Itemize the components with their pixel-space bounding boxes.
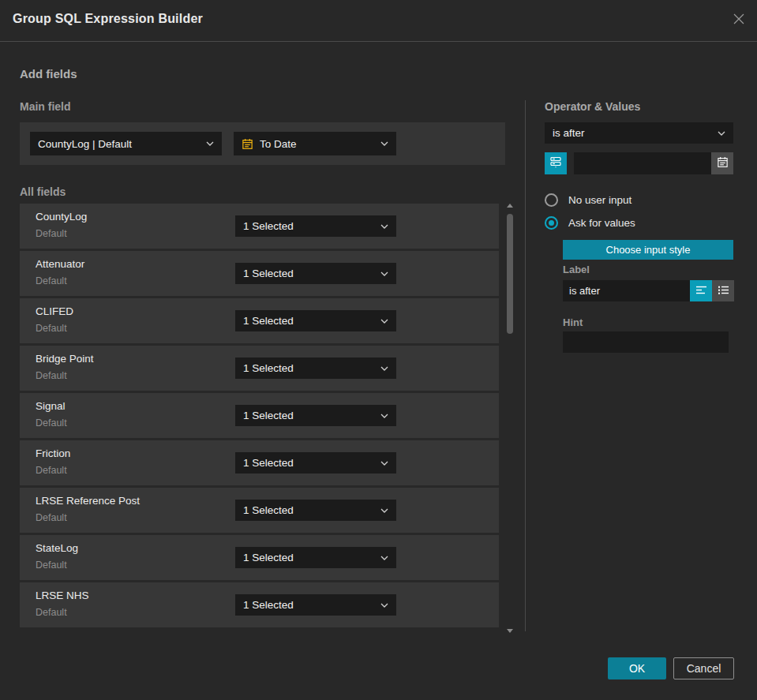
all-fields-list: CountyLog Default 1 Selected Attenuator … bbox=[20, 204, 499, 630]
calendar-icon bbox=[717, 156, 729, 171]
chevron-down-icon bbox=[380, 366, 388, 371]
field-name: Signal bbox=[36, 400, 66, 412]
scroll-up-icon[interactable] bbox=[507, 204, 513, 208]
field-selection-value: 1 Selected bbox=[243, 457, 294, 469]
main-field-label: Main field bbox=[20, 100, 71, 113]
main-field-panel: CountyLog | Default To Date bbox=[20, 122, 505, 165]
field-selection-select[interactable]: 1 Selected bbox=[235, 357, 396, 379]
field-row-attenuator: Attenuator Default 1 Selected bbox=[20, 251, 499, 296]
field-selection-select[interactable]: 1 Selected bbox=[235, 263, 396, 284]
chevron-down-icon bbox=[206, 141, 214, 146]
field-sublabel: Default bbox=[36, 275, 67, 286]
field-row-countylog: CountyLog Default 1 Selected bbox=[20, 204, 499, 249]
chevron-down-icon bbox=[380, 603, 388, 608]
chevron-down-icon bbox=[380, 271, 388, 276]
calendar-icon bbox=[242, 138, 253, 150]
field-row-statelog: StateLog Default 1 Selected bbox=[20, 535, 499, 580]
input-style-textbox-button[interactable] bbox=[690, 280, 712, 301]
field-sublabel: Default bbox=[36, 417, 67, 429]
field-selection-value: 1 Selected bbox=[243, 362, 294, 374]
field-sublabel: Default bbox=[36, 323, 67, 334]
field-selection-select[interactable]: 1 Selected bbox=[235, 405, 396, 426]
field-name: CLIFED bbox=[36, 305, 73, 317]
field-sublabel: Default bbox=[36, 607, 67, 618]
field-row-lrse-reference-post: LRSE Reference Post Default 1 Selected bbox=[20, 488, 499, 533]
operator-select[interactable]: is after bbox=[545, 122, 733, 144]
date-type-select[interactable]: To Date bbox=[234, 132, 396, 155]
value-input[interactable] bbox=[574, 152, 711, 174]
field-row-friction: Friction Default 1 Selected bbox=[20, 440, 499, 485]
scrollbar-thumb[interactable] bbox=[507, 214, 513, 334]
field-name: LRSE Reference Post bbox=[36, 495, 140, 507]
choose-input-style-button[interactable]: Choose input style bbox=[563, 240, 733, 260]
field-name: Bridge Point bbox=[36, 353, 94, 365]
dialog-title: Group SQL Expression Builder bbox=[13, 12, 203, 26]
chevron-down-icon bbox=[380, 461, 388, 466]
radio-icon bbox=[545, 193, 558, 207]
field-row-signal: Signal Default 1 Selected bbox=[20, 393, 499, 438]
dialog-header: Group SQL Expression Builder bbox=[0, 0, 757, 42]
all-fields-label: All fields bbox=[20, 185, 66, 198]
operator-values-title: Operator & Values bbox=[545, 100, 640, 113]
field-selection-select[interactable]: 1 Selected bbox=[235, 215, 396, 237]
field-row-bridge-point: Bridge Point Default 1 Selected bbox=[20, 346, 499, 391]
field-selection-select[interactable]: 1 Selected bbox=[235, 452, 396, 474]
date-picker-button[interactable] bbox=[711, 152, 733, 174]
align-left-icon bbox=[695, 284, 707, 298]
vertical-divider bbox=[525, 100, 526, 631]
radio-ask-for-values-label: Ask for values bbox=[568, 217, 635, 229]
field-selection-value: 1 Selected bbox=[243, 268, 294, 279]
bullet-list-icon bbox=[718, 284, 729, 298]
radio-no-user-input-label: No user input bbox=[568, 194, 631, 206]
field-selection-value: 1 Selected bbox=[243, 504, 294, 516]
cancel-button[interactable]: Cancel bbox=[673, 657, 734, 679]
chevron-down-icon bbox=[380, 224, 388, 229]
hint-caption: Hint bbox=[563, 316, 583, 328]
field-name: CountyLog bbox=[36, 211, 87, 223]
field-name: StateLog bbox=[36, 542, 78, 554]
field-selection-value: 1 Selected bbox=[243, 220, 294, 232]
field-name: Friction bbox=[36, 447, 70, 459]
radio-icon bbox=[545, 216, 558, 230]
label-input-row bbox=[563, 280, 734, 301]
field-sublabel: Default bbox=[36, 465, 67, 476]
operator-select-value: is after bbox=[553, 127, 585, 139]
field-selection-select[interactable]: 1 Selected bbox=[235, 547, 396, 568]
field-sublabel: Default bbox=[36, 370, 67, 381]
main-field-select-value: CountyLog | Default bbox=[38, 138, 132, 150]
chevron-down-icon bbox=[380, 141, 388, 146]
label-input[interactable] bbox=[563, 280, 690, 301]
ok-button[interactable]: OK bbox=[608, 657, 666, 679]
field-selection-select[interactable]: 1 Selected bbox=[235, 594, 396, 616]
value-input-row bbox=[545, 152, 733, 174]
field-selection-select[interactable]: 1 Selected bbox=[235, 310, 396, 331]
main-field-select[interactable]: CountyLog | Default bbox=[30, 132, 222, 155]
close-button[interactable] bbox=[731, 13, 747, 28]
field-list-icon bbox=[549, 155, 562, 171]
field-selection-value: 1 Selected bbox=[243, 599, 294, 611]
add-fields-heading: Add fields bbox=[20, 67, 77, 80]
hint-input[interactable] bbox=[563, 331, 729, 353]
field-sublabel: Default bbox=[36, 560, 67, 571]
field-name: LRSE NHS bbox=[36, 590, 89, 601]
field-sublabel: Default bbox=[36, 512, 67, 523]
set-from-field-button[interactable] bbox=[545, 152, 567, 174]
chevron-down-icon bbox=[380, 414, 388, 418]
field-name: Attenuator bbox=[36, 258, 84, 270]
field-sublabel: Default bbox=[36, 228, 67, 239]
date-type-select-value: To Date bbox=[260, 138, 297, 150]
label-caption: Label bbox=[563, 264, 590, 275]
field-selection-value: 1 Selected bbox=[243, 410, 294, 421]
scroll-down-icon[interactable] bbox=[507, 629, 513, 633]
field-row-lrse-nhs: LRSE NHS Default 1 Selected bbox=[20, 582, 499, 627]
chevron-down-icon bbox=[380, 508, 388, 513]
input-style-list-button[interactable] bbox=[712, 280, 734, 301]
list-scrollbar[interactable] bbox=[507, 202, 513, 634]
field-selection-select[interactable]: 1 Selected bbox=[235, 500, 396, 521]
chevron-down-icon bbox=[718, 131, 725, 136]
radio-ask-for-values[interactable]: Ask for values bbox=[545, 216, 635, 230]
radio-no-user-input[interactable]: No user input bbox=[545, 193, 631, 207]
field-selection-value: 1 Selected bbox=[243, 315, 294, 327]
operator-values-panel: Operator & Values is after No user input… bbox=[545, 100, 733, 637]
close-icon bbox=[732, 12, 746, 29]
